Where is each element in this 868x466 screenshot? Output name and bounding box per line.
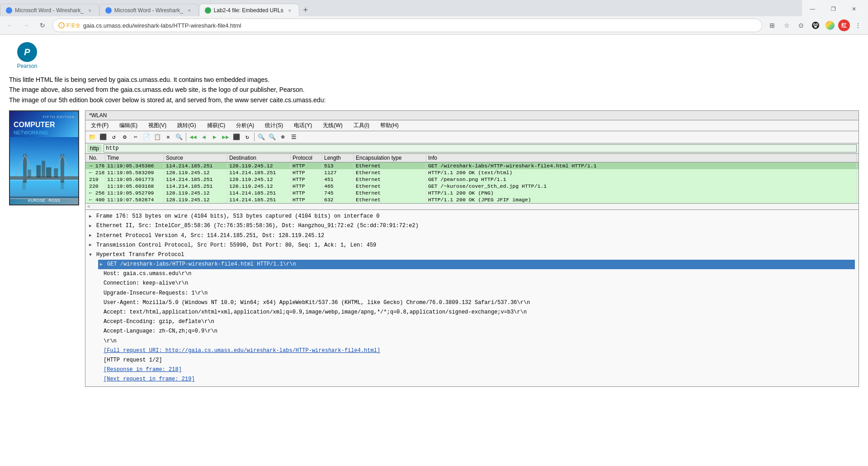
col-no: No. [87,154,105,162]
profile-button[interactable]: 红 [838,19,850,31]
toolbar-paste[interactable]: 📋 [152,132,162,142]
svg-rect-19 [46,167,52,177]
detail-next-request-link[interactable]: [Next request in frame: 219] [104,375,195,384]
extension-button-3[interactable] [824,19,836,32]
packet-row-218[interactable]: ← 218 11:19:05.583209 128.119.245.12 114… [85,169,859,176]
ws-menu-view[interactable]: 视图(V) [146,121,168,130]
detail-full-uri[interactable]: [Full request URI: http://gaia.cs.umass.… [104,346,855,356]
detail-tcp[interactable]: ▶ Transmission Control Protocol, Src Por… [89,241,855,250]
ws-menu-capture[interactable]: 捕获(C) [205,121,227,130]
book-authors: KUROSE · ROSS [10,196,78,204]
tab-3[interactable]: Lab2-4 file: Embedded URLs × [199,4,299,16]
intro-line-3: The image of our 5th edition book cover … [9,95,859,105]
packet-row-176[interactable]: → 176 11:19:05.345386 114.214.185.251 12… [85,162,859,169]
packet-row-400[interactable]: ← 400 11:19:07.582874 128.119.245.12 114… [85,196,859,203]
tab-2-close[interactable]: × [186,7,193,14]
ws-menu-analyze[interactable]: 分析(A) [234,121,256,130]
ws-menu-edit[interactable]: 编辑(E) [118,121,139,130]
ws-menu-help[interactable]: 帮助(H) [378,121,401,130]
toolbar-cut[interactable]: ✂ [131,132,141,142]
extension-button-1[interactable]: ⊙ [795,19,807,32]
reload-button[interactable]: ↻ [36,19,49,32]
ws-filter-bar: http [85,143,859,154]
toolbar-zoom-out[interactable]: 🔍 [267,132,277,142]
pkt-219-dst: 128.119.245.12 [227,176,291,182]
packet-row-220[interactable]: 220 11:19:05.603168 114.214.185.251 128.… [85,183,859,190]
toolbar-colorize[interactable]: ☰ [289,132,299,142]
ws-menu-stats[interactable]: 统计(S) [263,121,285,130]
pkt-256-arrow: ← 256 [87,190,105,196]
main-area: FIFTH EDITION COMPUTER NETWORKING [9,110,859,386]
detail-frame[interactable]: ▶ Frame 176: 513 bytes on wire (4104 bit… [89,212,855,221]
ws-menu-phone[interactable]: 电话(Y) [292,121,314,130]
pkt-218-src: 128.119.245.12 [164,170,227,176]
new-tab-button[interactable]: + [299,4,312,16]
panda-icon [811,21,820,30]
pkt-400-time: 11:19:07.582874 [105,197,164,203]
ws-menu-go[interactable]: 跳转(G) [175,121,198,130]
ws-hscroll-label: < [87,204,90,209]
detail-response-link[interactable]: [Response in frame: 218] [104,366,182,374]
toolbar-prefs[interactable]: ⚙ [120,132,130,142]
pkt-220-no: 220 [87,183,105,189]
tab-3-close[interactable]: × [286,7,293,14]
security-indicator: ! 不安全 [58,22,80,29]
book-title-sub: NETWORKING [14,130,75,135]
bookmark-button[interactable]: ☆ [780,19,793,32]
ws-menu-wireless[interactable]: 无线(W) [321,121,344,130]
tab-2[interactable]: Microsoft Word - Wireshark_ × [99,4,199,16]
book-cover: FIFTH EDITION COMPUTER NETWORKING [9,110,79,205]
pkt-400-info: HTTP/1.1 200 OK (JPEG JFIF image) [426,197,857,203]
forward-button[interactable]: → [20,19,33,32]
detail-full-uri-link[interactable]: [Full request URI: http://gaia.cs.umass.… [104,347,380,355]
maximize-button[interactable]: ❐ [823,2,844,16]
toolbar-open[interactable]: 📁 [87,132,97,142]
ws-hscroll[interactable]: < [85,204,859,210]
toolbar-find[interactable]: 🔍 [174,132,184,142]
tab-1[interactable]: Microsoft Word - Wireshark_ × [0,4,99,16]
page-content: P Pearson This little HTML file is being… [0,35,868,394]
url-box[interactable]: ! 不安全 gaia.cs.umass.edu/wireshark-labs/H… [52,19,762,32]
menu-button[interactable]: ⋮ [852,19,864,32]
detail-response-frame[interactable]: [Response in frame: 218] [104,365,855,375]
detail-connection: Connection: keep-alive\r\n [104,279,855,288]
detail-http[interactable]: ▼ Hypertext Transfer Protocol [89,250,855,260]
ws-filter-input[interactable] [104,144,857,152]
minimize-button[interactable]: — [802,2,823,16]
pkt-176-enc: Ethernet [354,163,426,169]
url-text: gaia.cs.umass.edu/wireshark-labs/HTTP-wi… [83,22,756,29]
intro-line-1: This little HTML file is being served by… [9,75,859,85]
toolbar-zoom-fit[interactable]: ⊕ [278,132,288,142]
bridge-svg [10,137,78,199]
close-button[interactable]: ✕ [844,2,864,16]
pkt-176-proto: HTTP [291,163,322,169]
detail-host-text: Host: gaia.cs.umass.edu\r\n [104,270,191,278]
ws-menu-tools[interactable]: 工具(I) [352,121,371,130]
toolbar-restart[interactable]: ↻ [242,132,252,142]
back-button[interactable]: ← [4,19,16,32]
detail-next-request[interactable]: [Next request in frame: 219] [104,375,855,384]
packet-row-256[interactable]: ← 256 11:19:05.952799 128.119.245.12 114… [85,190,859,196]
toolbar-start[interactable]: ▶ [210,132,220,142]
toolbar-prev[interactable]: ◀ [199,132,209,142]
toolbar-back[interactable]: ◀◀ [188,132,198,142]
toolbar-reload[interactable]: ↺ [109,132,119,142]
toolbar-next[interactable]: ▶▶ [221,132,231,142]
expand-arrow-ip: ▶ [89,232,94,239]
col-time: Time [105,154,164,162]
tab-3-favicon [205,7,211,14]
ws-menu-file[interactable]: 文件(F) [89,121,110,130]
toolbar-zoom-in[interactable]: 🔍 [256,132,266,142]
toolbar-copy[interactable]: 📄 [142,132,151,142]
translate-button[interactable]: ⊞ [766,19,778,32]
extension-button-2[interactable] [809,19,822,32]
toolbar-close[interactable]: ⬛ [98,132,108,142]
toolbar-stop[interactable]: ⬛ [231,132,241,142]
toolbar-delete[interactable]: ✕ [163,132,173,142]
detail-get-line[interactable]: ▶ GET /wireshark-labs/HTTP-wireshark-fil… [98,260,855,269]
detail-ip[interactable]: ▶ Internet Protocol Version 4, Src: 114.… [89,231,855,241]
detail-ethernet[interactable]: ▶ Ethernet II, Src: IntelCor_85:58:36 (7… [89,221,855,231]
pkt-219-info: GET /pearson.png HTTP/1.1 [426,176,857,182]
packet-row-219[interactable]: 219 11:19:05.601773 114.214.185.251 128.… [85,176,859,183]
tab-1-close[interactable]: × [86,7,94,14]
